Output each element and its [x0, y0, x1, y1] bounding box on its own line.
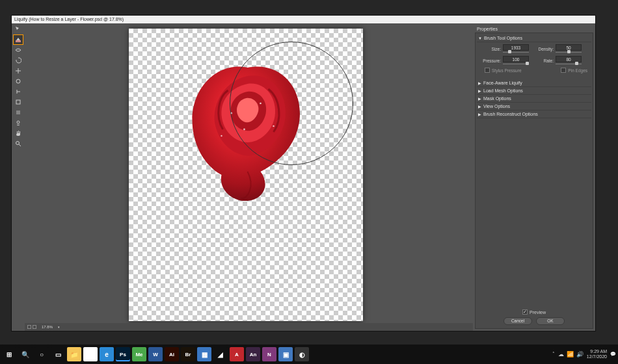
zoom-dropdown-icon[interactable]: ▾: [58, 325, 60, 329]
preview-row: Preview: [477, 307, 591, 317]
size-label: Size:: [478, 47, 501, 51]
triangle-right-icon: ▶: [478, 104, 481, 109]
pressure-label: Pressure:: [478, 58, 501, 63]
section-label: Brush Reconstruct Options: [483, 112, 538, 116]
svg-rect-3: [16, 110, 20, 114]
dialog-title: Liquify (How to Resize a Layer - Flower.…: [14, 17, 124, 21]
pressure-slider[interactable]: [503, 63, 529, 65]
section-label: Load Mesh Options: [483, 88, 523, 93]
taskbar-photoshop[interactable]: Ps: [116, 347, 130, 361]
tool-pucker[interactable]: [14, 66, 23, 75]
triangle-right-icon: ▶: [478, 112, 481, 116]
time: 9:29 AM: [590, 349, 607, 354]
svg-line-6: [19, 144, 21, 146]
tool-zoom[interactable]: [14, 139, 23, 148]
taskbar-animate[interactable]: An: [246, 347, 260, 361]
taskbar-illustrator[interactable]: Ai: [165, 347, 179, 361]
section-label: Brush Tool Options: [484, 36, 522, 40]
rose-image: [181, 58, 314, 201]
taskbar-app1[interactable]: ▣: [278, 347, 293, 361]
density-label: Density:: [531, 47, 554, 51]
taskbar-bridge[interactable]: Br: [181, 347, 195, 361]
clock[interactable]: 9:29 AM 12/7/2020: [587, 349, 607, 359]
tool-twirl[interactable]: [14, 56, 23, 65]
dialog-title-bar: Liquify (How to Resize a Layer - Flower.…: [12, 16, 595, 23]
size-input[interactable]: [503, 44, 529, 51]
section-mask-options[interactable]: ▶ Mask Options: [477, 95, 591, 103]
svg-point-1: [16, 79, 20, 83]
preview-checkbox[interactable]: [522, 309, 528, 315]
tool-push-left[interactable]: [14, 87, 23, 96]
section-brush-options[interactable]: ▼ Brush Tool Options: [477, 34, 591, 42]
section-view-options[interactable]: ▶ View Options: [477, 103, 591, 110]
taskbar-taskview[interactable]: ▭: [51, 347, 65, 361]
section-label: View Options: [483, 104, 510, 109]
taskbar-onenote[interactable]: N: [262, 347, 276, 361]
density-slider[interactable]: [556, 51, 582, 53]
svg-point-7: [230, 112, 232, 114]
taskbar-chrome[interactable]: ◉: [83, 347, 98, 361]
rate-label: Rate:: [531, 58, 554, 63]
network-icon[interactable]: 📶: [567, 351, 574, 358]
section-label: Mask Options: [483, 96, 511, 101]
section-label: Face-Aware Liquify: [483, 81, 522, 85]
svg-rect-0: [16, 40, 21, 42]
liquify-dialog: Liquify (How to Resize a Layer - Flower.…: [11, 15, 596, 332]
volume-icon[interactable]: 🔊: [576, 351, 584, 358]
taskbar-acrobat[interactable]: A: [230, 347, 244, 361]
taskbar-calc[interactable]: ▦: [197, 347, 211, 361]
tool-bloat[interactable]: [14, 77, 23, 86]
taskbar-apps: ⊞🔍○▭📁◉ePsMeWAiBr▦◢AAnN▣◐: [2, 347, 309, 361]
triangle-right-icon: ▶: [478, 81, 481, 85]
ok-button[interactable]: OK: [536, 317, 565, 325]
cancel-button[interactable]: Cancel: [504, 317, 532, 325]
pin-edges-checkbox[interactable]: [561, 68, 566, 73]
taskbar-edge[interactable]: e: [100, 347, 114, 361]
notifications-icon[interactable]: 💬: [610, 352, 616, 357]
zoom-level[interactable]: 17.8%: [42, 325, 53, 329]
date: 12/7/2020: [587, 354, 607, 359]
rate-slider[interactable]: [556, 63, 582, 65]
brush-options-content: Size: Density: Pressure:: [477, 42, 591, 79]
taskbar-explorer[interactable]: 📁: [67, 347, 81, 361]
taskbar-mediaencoder[interactable]: Me: [132, 347, 146, 361]
system-tray[interactable]: ˄ ☁ 📶 🔊 9:29 AM 12/7/2020 💬: [552, 349, 616, 359]
tool-thaw-mask[interactable]: [14, 108, 23, 117]
tool-reconstruct[interactable]: [14, 35, 23, 44]
liquify-toolbar: [12, 23, 25, 331]
svg-point-8: [260, 103, 262, 105]
tray-expand-icon[interactable]: ˄: [552, 352, 555, 357]
taskbar-search[interactable]: 🔍: [18, 347, 33, 361]
triangle-down-icon: ▼: [478, 36, 482, 40]
tool-forward-warp[interactable]: [14, 25, 23, 34]
nav-boxes-icon: [27, 325, 36, 329]
svg-point-5: [16, 142, 20, 145]
stylus-label: Stylus Pressure: [492, 68, 522, 73]
canvas-status-bar: 17.8% ▾: [25, 323, 473, 331]
tool-hand[interactable]: [14, 129, 23, 138]
svg-rect-2: [16, 100, 20, 104]
panel-title: Properties: [475, 25, 593, 32]
canvas-area: 17.8% ▾: [25, 23, 473, 331]
properties-panel: Properties ▼ Brush Tool Options Size: De…: [473, 23, 595, 331]
triangle-right-icon: ▶: [478, 88, 481, 93]
canvas[interactable]: [129, 29, 363, 321]
section-load-mesh[interactable]: ▶ Load Mesh Options: [477, 87, 591, 95]
svg-point-10: [221, 135, 222, 136]
preview-label: Preview: [530, 310, 546, 315]
tool-smooth[interactable]: [14, 46, 23, 55]
taskbar-word[interactable]: W: [148, 347, 163, 361]
tool-freeze-mask[interactable]: [14, 98, 23, 107]
taskbar-start[interactable]: ⊞: [2, 347, 16, 361]
section-reconstruct-options[interactable]: ▶ Brush Reconstruct Options: [477, 110, 591, 118]
taskbar-cortana[interactable]: ○: [34, 347, 49, 361]
stylus-checkbox: [485, 68, 490, 73]
tool-face[interactable]: [14, 118, 23, 127]
taskbar-steam[interactable]: ◢: [213, 347, 228, 361]
pressure-input[interactable]: [503, 56, 529, 62]
windows-taskbar: ⊞🔍○▭📁◉ePsMeWAiBr▦◢AAnN▣◐ ˄ ☁ 📶 🔊 9:29 AM…: [0, 344, 618, 364]
onedrive-icon[interactable]: ☁: [558, 351, 564, 358]
size-slider[interactable]: [503, 51, 529, 53]
section-face-aware[interactable]: ▶ Face-Aware Liquify: [477, 79, 591, 87]
taskbar-app2[interactable]: ◐: [295, 347, 309, 361]
